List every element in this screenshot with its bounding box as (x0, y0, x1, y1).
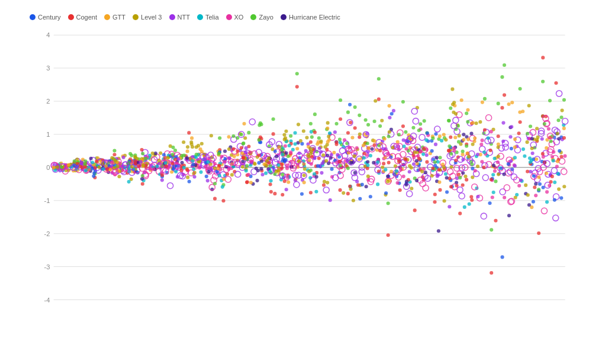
svg-point-1127 (346, 166, 350, 170)
svg-point-1586 (97, 166, 101, 169)
legend-item-gtt[interactable]: GTT (104, 14, 125, 21)
svg-point-1252 (166, 156, 169, 160)
svg-point-1615 (397, 160, 401, 163)
svg-point-1462 (434, 126, 440, 132)
svg-point-489 (517, 131, 520, 135)
legend-item-zayo[interactable]: Zayo (250, 14, 273, 21)
svg-point-726 (246, 181, 249, 184)
svg-point-927 (480, 160, 484, 163)
svg-point-1258 (298, 152, 301, 155)
svg-text:-2: -2 (44, 230, 50, 237)
legend-item-xo[interactable]: XO (226, 14, 244, 21)
svg-point-1003 (453, 117, 459, 123)
svg-point-1629 (489, 149, 493, 152)
svg-point-102 (501, 255, 504, 259)
svg-point-1520 (141, 163, 145, 167)
svg-point-205 (294, 142, 297, 146)
svg-point-1411 (378, 149, 382, 152)
svg-point-1578 (425, 153, 429, 157)
legend-item-cogent[interactable]: Cogent (68, 14, 97, 21)
svg-point-1582 (470, 163, 474, 166)
legend-item-hurricane-electric[interactable]: Hurricane Electric (281, 14, 340, 21)
chart-svg: 43210-1-2-3-4 (30, 25, 577, 321)
svg-point-849 (486, 136, 490, 140)
svg-point-1512 (218, 163, 221, 167)
svg-point-1590 (140, 177, 144, 181)
legend-item-ntt[interactable]: NTT (169, 14, 190, 21)
svg-point-1320 (530, 137, 534, 140)
svg-point-1645 (527, 203, 531, 207)
svg-point-1373 (313, 112, 317, 116)
svg-point-616 (404, 183, 408, 186)
svg-point-1001 (454, 112, 458, 115)
svg-point-1518 (424, 170, 427, 174)
svg-point-821 (162, 153, 166, 157)
svg-point-1536 (352, 199, 355, 202)
svg-point-144 (295, 85, 299, 89)
svg-point-1561 (560, 109, 564, 112)
svg-point-199 (468, 202, 471, 206)
svg-point-1203 (174, 170, 178, 173)
svg-point-862 (303, 167, 307, 170)
svg-point-1240 (476, 195, 479, 198)
svg-point-1494 (275, 170, 278, 173)
svg-point-1523 (200, 142, 204, 146)
svg-point-1349 (490, 178, 493, 181)
svg-point-847 (401, 124, 405, 128)
svg-point-1037 (256, 179, 259, 182)
svg-point-1484 (426, 131, 429, 135)
svg-point-725 (507, 102, 510, 106)
svg-point-1619 (529, 124, 532, 128)
svg-point-1490 (381, 166, 384, 169)
svg-point-131 (540, 137, 544, 141)
svg-point-759 (240, 133, 243, 136)
svg-point-893 (359, 169, 365, 175)
svg-point-1298 (557, 137, 561, 140)
svg-point-1569 (280, 148, 284, 152)
svg-point-1472 (445, 176, 449, 180)
svg-point-1102 (407, 191, 413, 197)
svg-point-1511 (191, 163, 195, 166)
svg-point-1546 (322, 183, 326, 187)
legend-item-century[interactable]: Century (30, 14, 61, 21)
svg-point-653 (388, 104, 391, 108)
svg-point-415 (478, 120, 482, 124)
svg-point-808 (507, 169, 513, 175)
chart-legend: CenturyCogentGTTLevel 3NTTTeliaXOZayoHur… (30, 14, 577, 21)
svg-point-1012 (562, 136, 566, 140)
svg-point-153 (412, 162, 416, 166)
svg-point-1162 (264, 172, 268, 175)
svg-point-1547 (191, 155, 194, 159)
svg-point-1605 (494, 219, 497, 223)
svg-point-1592 (284, 158, 288, 162)
svg-point-1142 (559, 115, 563, 119)
svg-point-1100 (197, 160, 201, 163)
svg-point-142 (466, 108, 469, 112)
svg-point-1481 (188, 180, 191, 183)
svg-point-1183 (95, 159, 98, 163)
svg-point-505 (249, 119, 255, 125)
svg-point-178 (419, 122, 422, 125)
svg-point-625 (503, 63, 506, 67)
svg-point-1134 (503, 94, 506, 97)
svg-point-425 (554, 81, 558, 85)
svg-point-666 (206, 179, 210, 182)
svg-point-877 (387, 161, 391, 165)
svg-point-1171 (513, 156, 517, 159)
legend-item-level-3[interactable]: Level 3 (133, 14, 162, 21)
svg-point-1435 (451, 102, 455, 106)
svg-point-1451 (285, 163, 289, 167)
svg-point-1598 (185, 156, 189, 160)
svg-point-1633 (465, 144, 468, 148)
svg-point-1595 (259, 123, 263, 126)
svg-point-1305 (366, 175, 370, 178)
svg-point-1397 (491, 173, 495, 176)
svg-point-1024 (541, 80, 545, 83)
svg-point-1308 (299, 139, 302, 143)
svg-point-887 (522, 147, 525, 151)
svg-point-1442 (470, 198, 474, 202)
svg-point-623 (89, 157, 93, 160)
legend-item-telia[interactable]: Telia (197, 14, 219, 21)
svg-point-469 (317, 136, 321, 140)
svg-point-1136 (551, 167, 557, 173)
